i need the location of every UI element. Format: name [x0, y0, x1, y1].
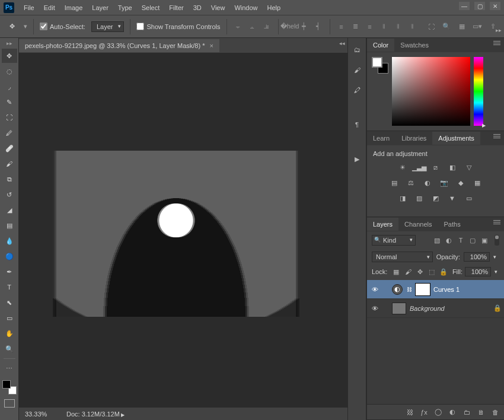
- brightness-contrast-icon[interactable]: ☀: [397, 162, 408, 173]
- quick-mask-toggle[interactable]: [4, 399, 15, 408]
- fill-field[interactable]: 100%: [465, 267, 491, 276]
- posterize-icon[interactable]: ▨: [414, 193, 425, 203]
- menu-help[interactable]: Help: [263, 2, 286, 14]
- hand-tool[interactable]: ✋: [2, 326, 17, 341]
- maximize-button[interactable]: ▢: [474, 2, 485, 10]
- edit-toolbar-icon[interactable]: ⋯: [2, 361, 17, 376]
- tab-learn[interactable]: Learn: [367, 132, 395, 145]
- channel-mixer-icon[interactable]: ◆: [455, 177, 466, 188]
- filter-kind-dropdown[interactable]: Kind: [372, 235, 416, 246]
- healing-brush-tool[interactable]: 🩹: [2, 141, 17, 155]
- color-balance-icon[interactable]: ⚖: [406, 177, 416, 188]
- collapse-panels-icon[interactable]: ▸▸: [496, 27, 502, 33]
- current-tool-icon[interactable]: ✥: [6, 21, 18, 33]
- minimize-button[interactable]: —: [459, 2, 470, 10]
- auto-select-target-dropdown[interactable]: Layer: [91, 21, 125, 32]
- threshold-icon[interactable]: ◩: [430, 193, 441, 203]
- distribute-hcenter-icon[interactable]: ⦀: [393, 21, 404, 32]
- color-fgbg-swatch[interactable]: [372, 57, 388, 74]
- layer-row[interactable]: 👁 Background 🔒: [367, 299, 504, 318]
- show-transform-checkbox[interactable]: Show Transform Controls: [136, 23, 220, 30]
- brush-tool[interactable]: 🖌: [2, 157, 17, 171]
- color-field[interactable]: [392, 57, 470, 126]
- align-top-icon[interactable]: ⫟: [233, 21, 244, 32]
- opacity-field[interactable]: 100%: [464, 252, 490, 262]
- visibility-toggle-icon[interactable]: 👁: [371, 305, 379, 312]
- add-mask-icon[interactable]: ◯: [434, 408, 442, 416]
- layer-name[interactable]: Curves 1: [433, 286, 500, 293]
- lock-artboard-icon[interactable]: ⬚: [428, 268, 436, 276]
- layer-thumb[interactable]: [392, 303, 406, 314]
- tab-adjustments[interactable]: Adjustments: [432, 132, 480, 145]
- align-vcenter-icon[interactable]: ⫠: [247, 21, 258, 32]
- align-bottom-icon[interactable]: ⫡: [261, 21, 272, 32]
- toolbar-collapse-icon[interactable]: ▸▸: [7, 40, 12, 46]
- link-layers-icon[interactable]: ⛓: [406, 409, 414, 416]
- eraser-tool[interactable]: ◢: [2, 203, 17, 217]
- new-group-icon[interactable]: 🗀: [462, 409, 471, 416]
- align-left-icon[interactable]: �held: [285, 21, 295, 32]
- blur-tool[interactable]: 💧: [2, 234, 17, 248]
- dodge-tool[interactable]: 🔵: [2, 249, 17, 263]
- close-tab-icon[interactable]: ×: [209, 42, 213, 49]
- close-window-button[interactable]: ✕: [490, 2, 500, 10]
- type-tool[interactable]: T: [2, 280, 17, 294]
- tab-channels[interactable]: Channels: [398, 218, 438, 231]
- curves-icon[interactable]: ⧄: [430, 162, 441, 173]
- invert-icon[interactable]: ◨: [397, 193, 408, 203]
- lasso-tool[interactable]: ◞: [2, 79, 17, 94]
- canvas-viewport[interactable]: [19, 53, 347, 407]
- selective-color-icon[interactable]: ▼: [447, 193, 458, 203]
- tab-swatches[interactable]: Swatches: [394, 39, 435, 52]
- align-hcenter-icon[interactable]: ┿: [299, 21, 310, 32]
- lock-position-icon[interactable]: ✥: [416, 268, 424, 276]
- menu-window[interactable]: Window: [229, 2, 262, 14]
- layer-fx-icon[interactable]: ƒx: [420, 409, 428, 416]
- gradient-tool[interactable]: ▤: [2, 218, 17, 233]
- search-icon[interactable]: 🔍: [441, 21, 452, 32]
- menu-edit[interactable]: Edit: [39, 2, 60, 14]
- panel-menu-icon[interactable]: [493, 41, 500, 45]
- menu-type[interactable]: Type: [113, 2, 137, 14]
- distribute-left-icon[interactable]: ⦀: [379, 21, 390, 32]
- bw-icon[interactable]: ◐: [422, 177, 433, 188]
- lock-pixels-icon[interactable]: 🖌: [404, 268, 412, 276]
- menu-3d[interactable]: 3D: [189, 2, 206, 14]
- arrange-documents-icon[interactable]: ▦: [457, 21, 467, 32]
- canvas[interactable]: [55, 151, 298, 317]
- crop-tool[interactable]: ⛶: [2, 110, 17, 125]
- lock-all-icon[interactable]: 🔒: [439, 268, 448, 276]
- blend-mode-dropdown[interactable]: Normal: [372, 252, 433, 262]
- menu-image[interactable]: Image: [60, 2, 88, 14]
- filter-shape-icon[interactable]: ▢: [468, 236, 477, 244]
- align-right-icon[interactable]: ┥: [313, 21, 324, 32]
- filter-adjustment-icon[interactable]: ◐: [445, 236, 453, 244]
- photo-filter-icon[interactable]: 📷: [439, 177, 449, 188]
- brush-settings-icon[interactable]: 🖌: [351, 64, 363, 76]
- menu-select[interactable]: Select: [137, 2, 165, 14]
- hue-slider[interactable]: [474, 57, 483, 126]
- move-tool[interactable]: ✥: [2, 49, 17, 63]
- collapse-dock-left-icon[interactable]: ◂◂: [339, 40, 345, 46]
- workspace-switcher-icon[interactable]: ▭▾: [472, 21, 483, 32]
- menu-file[interactable]: File: [19, 2, 39, 14]
- filter-toggle[interactable]: [495, 235, 499, 246]
- history-brush-tool[interactable]: ↺: [2, 187, 17, 202]
- zoom-level[interactable]: 33.33%: [25, 411, 55, 418]
- delete-layer-icon[interactable]: 🗑: [491, 409, 499, 416]
- mask-thumb[interactable]: [416, 284, 430, 295]
- exposure-icon[interactable]: ◧: [447, 162, 458, 173]
- rectangle-tool[interactable]: ▭: [2, 311, 17, 325]
- lock-transparency-icon[interactable]: ▦: [392, 268, 400, 276]
- tab-libraries[interactable]: Libraries: [395, 132, 432, 145]
- 3d-mode-icon[interactable]: ⛶: [426, 21, 436, 32]
- foreground-background-swatch[interactable]: [2, 380, 17, 394]
- actions-panel-icon[interactable]: ▶: [351, 153, 363, 165]
- zoom-tool[interactable]: 🔍: [2, 342, 17, 356]
- layer-row[interactable]: 👁 ◐ ⛓ Curves 1: [367, 280, 504, 299]
- panel-menu-icon[interactable]: [493, 220, 500, 224]
- document-tab[interactable]: pexels-photo-92129.jpeg @ 33.3% (Curves …: [19, 39, 219, 52]
- menu-filter[interactable]: Filter: [164, 2, 188, 14]
- paragraph-panel-icon[interactable]: ¶: [351, 119, 363, 131]
- new-layer-icon[interactable]: 🗎: [477, 409, 485, 416]
